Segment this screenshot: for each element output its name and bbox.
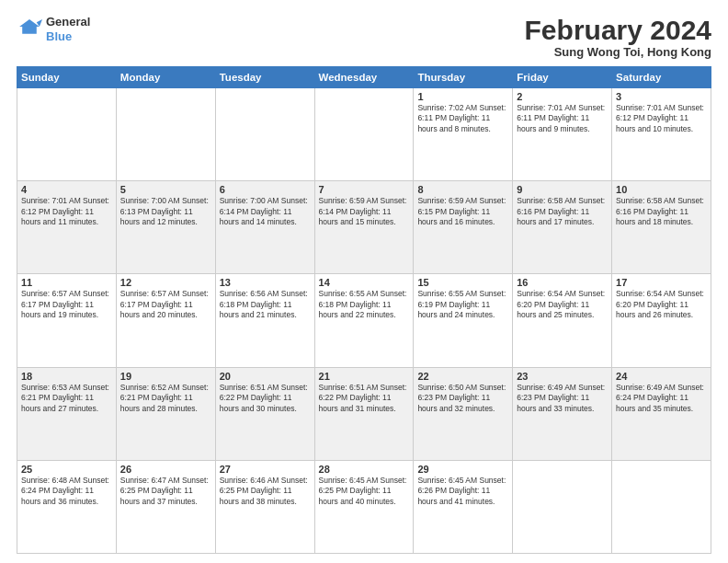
day-number: 14 xyxy=(319,277,410,288)
day-info: Sunrise: 6:57 AM Sunset: 6:17 PM Dayligh… xyxy=(120,289,211,320)
day-info: Sunrise: 7:01 AM Sunset: 6:12 PM Dayligh… xyxy=(21,196,112,227)
day-info: Sunrise: 6:56 AM Sunset: 6:18 PM Dayligh… xyxy=(220,289,311,320)
day-cell xyxy=(314,88,414,181)
day-cell: 5Sunrise: 7:00 AM Sunset: 6:13 PM Daylig… xyxy=(116,181,215,274)
day-number: 24 xyxy=(616,371,707,382)
day-number: 8 xyxy=(417,184,508,195)
day-number: 4 xyxy=(21,184,112,195)
day-number: 28 xyxy=(319,464,410,475)
day-cell: 20Sunrise: 6:51 AM Sunset: 6:22 PM Dayli… xyxy=(215,367,314,460)
day-cell: 2Sunrise: 7:01 AM Sunset: 6:11 PM Daylig… xyxy=(513,88,612,181)
day-cell: 3Sunrise: 7:01 AM Sunset: 6:12 PM Daylig… xyxy=(612,88,711,181)
logo: General Blue xyxy=(17,15,90,43)
col-tuesday: Tuesday xyxy=(215,67,314,88)
day-info: Sunrise: 6:49 AM Sunset: 6:23 PM Dayligh… xyxy=(517,383,608,414)
day-number: 19 xyxy=(120,371,211,382)
day-number: 15 xyxy=(417,277,508,288)
day-info: Sunrise: 6:54 AM Sunset: 6:20 PM Dayligh… xyxy=(517,289,608,320)
title-area: February 2024 Sung Wong Toi, Hong Kong xyxy=(525,15,711,59)
day-cell: 25Sunrise: 6:48 AM Sunset: 6:24 PM Dayli… xyxy=(17,460,117,553)
day-number: 25 xyxy=(21,464,112,475)
day-info: Sunrise: 6:45 AM Sunset: 6:26 PM Dayligh… xyxy=(417,476,508,507)
day-number: 23 xyxy=(517,371,608,382)
day-cell: 12Sunrise: 6:57 AM Sunset: 6:17 PM Dayli… xyxy=(116,274,215,367)
day-info: Sunrise: 7:02 AM Sunset: 6:11 PM Dayligh… xyxy=(417,103,508,134)
day-info: Sunrise: 6:48 AM Sunset: 6:24 PM Dayligh… xyxy=(21,476,112,507)
col-friday: Friday xyxy=(513,67,612,88)
col-saturday: Saturday xyxy=(612,67,711,88)
day-info: Sunrise: 6:51 AM Sunset: 6:22 PM Dayligh… xyxy=(319,383,410,414)
day-number: 16 xyxy=(517,277,608,288)
day-info: Sunrise: 6:51 AM Sunset: 6:22 PM Dayligh… xyxy=(220,383,311,414)
day-number: 22 xyxy=(417,371,508,382)
day-number: 6 xyxy=(220,184,311,195)
day-number: 9 xyxy=(517,184,608,195)
day-info: Sunrise: 6:46 AM Sunset: 6:25 PM Dayligh… xyxy=(220,476,311,507)
day-cell: 4Sunrise: 7:01 AM Sunset: 6:12 PM Daylig… xyxy=(17,181,117,274)
day-number: 2 xyxy=(517,91,608,102)
page: General Blue February 2024 Sung Wong Toi… xyxy=(0,0,728,563)
day-cell: 23Sunrise: 6:49 AM Sunset: 6:23 PM Dayli… xyxy=(513,367,612,460)
day-cell xyxy=(513,460,612,553)
day-number: 10 xyxy=(616,184,707,195)
col-wednesday: Wednesday xyxy=(314,67,414,88)
day-info: Sunrise: 6:45 AM Sunset: 6:25 PM Dayligh… xyxy=(319,476,410,507)
day-number: 26 xyxy=(120,464,211,475)
day-cell: 7Sunrise: 6:59 AM Sunset: 6:14 PM Daylig… xyxy=(314,181,414,274)
day-cell: 17Sunrise: 6:54 AM Sunset: 6:20 PM Dayli… xyxy=(612,274,711,367)
week-row-2: 4Sunrise: 7:01 AM Sunset: 6:12 PM Daylig… xyxy=(17,181,711,274)
day-cell: 19Sunrise: 6:52 AM Sunset: 6:21 PM Dayli… xyxy=(116,367,215,460)
day-cell xyxy=(116,88,215,181)
day-info: Sunrise: 6:53 AM Sunset: 6:21 PM Dayligh… xyxy=(21,383,112,414)
day-number: 21 xyxy=(319,371,410,382)
day-info: Sunrise: 6:59 AM Sunset: 6:14 PM Dayligh… xyxy=(319,196,410,227)
day-number: 13 xyxy=(220,277,311,288)
day-cell: 28Sunrise: 6:45 AM Sunset: 6:25 PM Dayli… xyxy=(314,460,414,553)
day-info: Sunrise: 7:00 AM Sunset: 6:13 PM Dayligh… xyxy=(120,196,211,227)
day-number: 5 xyxy=(120,184,211,195)
month-year-title: February 2024 xyxy=(525,15,711,45)
logo-icon xyxy=(17,17,42,42)
day-number: 1 xyxy=(417,91,508,102)
day-cell: 11Sunrise: 6:57 AM Sunset: 6:17 PM Dayli… xyxy=(17,274,117,367)
location-title: Sung Wong Toi, Hong Kong xyxy=(525,45,711,59)
header-row: Sunday Monday Tuesday Wednesday Thursday… xyxy=(17,67,711,88)
day-cell xyxy=(612,460,711,553)
col-thursday: Thursday xyxy=(414,67,513,88)
day-cell: 21Sunrise: 6:51 AM Sunset: 6:22 PM Dayli… xyxy=(314,367,414,460)
day-info: Sunrise: 6:57 AM Sunset: 6:17 PM Dayligh… xyxy=(21,289,112,320)
day-cell: 22Sunrise: 6:50 AM Sunset: 6:23 PM Dayli… xyxy=(414,367,513,460)
day-cell: 9Sunrise: 6:58 AM Sunset: 6:16 PM Daylig… xyxy=(513,181,612,274)
col-monday: Monday xyxy=(116,67,215,88)
day-cell: 29Sunrise: 6:45 AM Sunset: 6:26 PM Dayli… xyxy=(414,460,513,553)
day-number: 27 xyxy=(220,464,311,475)
day-cell: 18Sunrise: 6:53 AM Sunset: 6:21 PM Dayli… xyxy=(17,367,117,460)
header: General Blue February 2024 Sung Wong Toi… xyxy=(17,15,711,59)
day-cell: 8Sunrise: 6:59 AM Sunset: 6:15 PM Daylig… xyxy=(414,181,513,274)
calendar-table: Sunday Monday Tuesday Wednesday Thursday… xyxy=(17,66,711,554)
day-info: Sunrise: 6:58 AM Sunset: 6:16 PM Dayligh… xyxy=(517,196,608,227)
day-cell: 26Sunrise: 6:47 AM Sunset: 6:25 PM Dayli… xyxy=(116,460,215,553)
day-info: Sunrise: 7:00 AM Sunset: 6:14 PM Dayligh… xyxy=(220,196,311,227)
week-row-4: 18Sunrise: 6:53 AM Sunset: 6:21 PM Dayli… xyxy=(17,367,711,460)
logo-text: General Blue xyxy=(46,15,90,43)
day-cell xyxy=(17,88,117,181)
day-cell: 16Sunrise: 6:54 AM Sunset: 6:20 PM Dayli… xyxy=(513,274,612,367)
day-cell: 14Sunrise: 6:55 AM Sunset: 6:18 PM Dayli… xyxy=(314,274,414,367)
day-number: 12 xyxy=(120,277,211,288)
day-cell: 24Sunrise: 6:49 AM Sunset: 6:24 PM Dayli… xyxy=(612,367,711,460)
day-info: Sunrise: 6:54 AM Sunset: 6:20 PM Dayligh… xyxy=(616,289,707,320)
day-info: Sunrise: 6:50 AM Sunset: 6:23 PM Dayligh… xyxy=(417,383,508,414)
week-row-5: 25Sunrise: 6:48 AM Sunset: 6:24 PM Dayli… xyxy=(17,460,711,553)
day-cell xyxy=(215,88,314,181)
day-cell: 27Sunrise: 6:46 AM Sunset: 6:25 PM Dayli… xyxy=(215,460,314,553)
svg-marker-0 xyxy=(19,19,40,34)
day-info: Sunrise: 7:01 AM Sunset: 6:12 PM Dayligh… xyxy=(616,103,707,134)
day-info: Sunrise: 6:55 AM Sunset: 6:18 PM Dayligh… xyxy=(319,289,410,320)
day-number: 18 xyxy=(21,371,112,382)
day-number: 3 xyxy=(616,91,707,102)
day-cell: 6Sunrise: 7:00 AM Sunset: 6:14 PM Daylig… xyxy=(215,181,314,274)
day-info: Sunrise: 6:58 AM Sunset: 6:16 PM Dayligh… xyxy=(616,196,707,227)
day-number: 11 xyxy=(21,277,112,288)
day-info: Sunrise: 6:52 AM Sunset: 6:21 PM Dayligh… xyxy=(120,383,211,414)
